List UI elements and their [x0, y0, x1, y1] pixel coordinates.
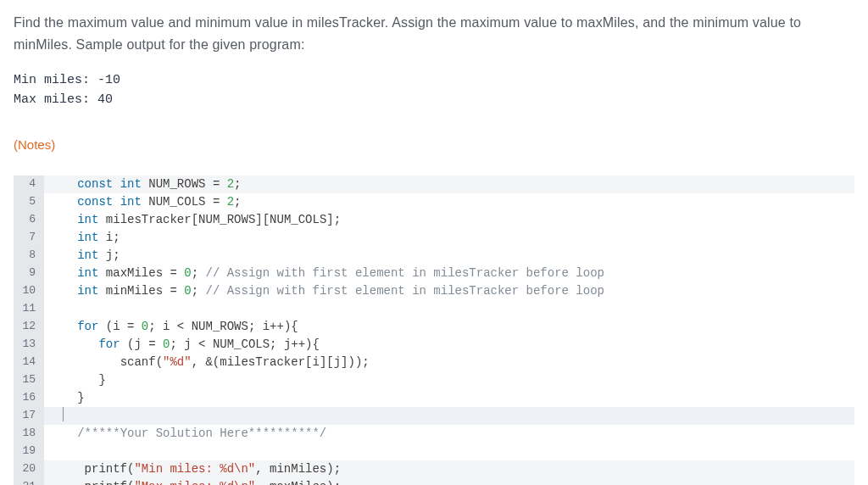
code-line[interactable]: 6 int milesTracker[NUM_ROWS][NUM_COLS]; — [14, 211, 854, 229]
notes-link[interactable]: (Notes) — [14, 135, 55, 155]
code-line[interactable]: 7 int i; — [14, 229, 854, 247]
line-content[interactable]: int j; — [44, 247, 854, 265]
line-number: 10 — [14, 282, 44, 300]
code-line[interactable]: 19 — [14, 443, 854, 460]
sample-output-line-1: Min miles: -10 — [14, 73, 120, 87]
line-content[interactable]: for (j = 0; j < NUM_COLS; j++){ — [44, 336, 854, 354]
line-content[interactable]: /*****Your Solution Here**********/ — [44, 425, 854, 443]
line-content[interactable]: printf("Min miles: %d\n", minMiles); — [44, 460, 854, 478]
line-content[interactable] — [44, 300, 854, 318]
line-content[interactable]: scanf("%d", &(milesTracker[i][j])); — [44, 354, 854, 371]
line-content[interactable]: int milesTracker[NUM_ROWS][NUM_COLS]; — [44, 211, 854, 229]
line-number: 15 — [14, 371, 44, 389]
code-line[interactable]: 16 } — [14, 389, 854, 407]
line-number: 13 — [14, 336, 44, 354]
line-number: 20 — [14, 460, 44, 478]
line-content[interactable]: int i; — [44, 229, 854, 247]
code-line[interactable]: 12 for (i = 0; i < NUM_ROWS; i++){ — [14, 318, 854, 336]
line-content[interactable]: printf("Max miles: %d\n", maxMiles); — [44, 478, 854, 485]
sample-output-block: Min miles: -10 Max miles: 40 — [14, 70, 854, 110]
line-content[interactable] — [44, 443, 854, 460]
line-number: 5 — [14, 193, 44, 211]
line-number: 7 — [14, 229, 44, 247]
line-content[interactable]: const int NUM_COLS = 2; — [44, 193, 854, 211]
code-line[interactable]: 10 int minMiles = 0; // Assign with firs… — [14, 282, 854, 300]
code-line[interactable]: 4 const int NUM_ROWS = 2; — [14, 176, 854, 193]
line-number: 11 — [14, 300, 44, 318]
line-number: 16 — [14, 389, 44, 407]
code-line[interactable]: 9 int maxMiles = 0; // Assign with first… — [14, 265, 854, 282]
line-number: 18 — [14, 425, 44, 443]
line-number: 8 — [14, 247, 44, 265]
line-number: 6 — [14, 211, 44, 229]
sample-output-line-2: Max miles: 40 — [14, 92, 113, 107]
code-line[interactable]: 20 printf("Min miles: %d\n", minMiles); — [14, 460, 854, 478]
line-number: 4 — [14, 176, 44, 193]
text-cursor — [63, 407, 64, 421]
line-number: 19 — [14, 443, 44, 460]
line-content[interactable]: int maxMiles = 0; // Assign with first e… — [44, 265, 854, 282]
code-line[interactable]: 18 /*****Your Solution Here**********/ — [14, 425, 854, 443]
line-content[interactable]: } — [44, 371, 854, 389]
line-number: 9 — [14, 265, 44, 282]
line-content[interactable] — [44, 407, 854, 425]
line-number: 14 — [14, 354, 44, 371]
code-line[interactable]: 21 printf("Max miles: %d\n", maxMiles); — [14, 478, 854, 485]
code-line[interactable]: 8 int j; — [14, 247, 854, 265]
code-line[interactable]: 11 — [14, 300, 854, 318]
code-line[interactable]: 5 const int NUM_COLS = 2; — [14, 193, 854, 211]
code-line[interactable]: 13 for (j = 0; j < NUM_COLS; j++){ — [14, 336, 854, 354]
line-content[interactable]: } — [44, 389, 854, 407]
problem-statement: Find the maximum value and minimum value… — [14, 12, 854, 55]
line-content[interactable]: for (i = 0; i < NUM_ROWS; i++){ — [44, 318, 854, 336]
line-number: 21 — [14, 478, 44, 485]
code-line[interactable]: 14 scanf("%d", &(milesTracker[i][j])); — [14, 354, 854, 371]
code-editor[interactable]: 4 const int NUM_ROWS = 2; 5 const int NU… — [14, 176, 854, 485]
code-line-active[interactable]: 17 — [14, 407, 854, 425]
line-content[interactable]: const int NUM_ROWS = 2; — [44, 176, 854, 193]
code-line[interactable]: 15 } — [14, 371, 854, 389]
line-number: 12 — [14, 318, 44, 336]
line-content[interactable]: int minMiles = 0; // Assign with first e… — [44, 282, 854, 300]
line-number: 17 — [14, 407, 44, 425]
